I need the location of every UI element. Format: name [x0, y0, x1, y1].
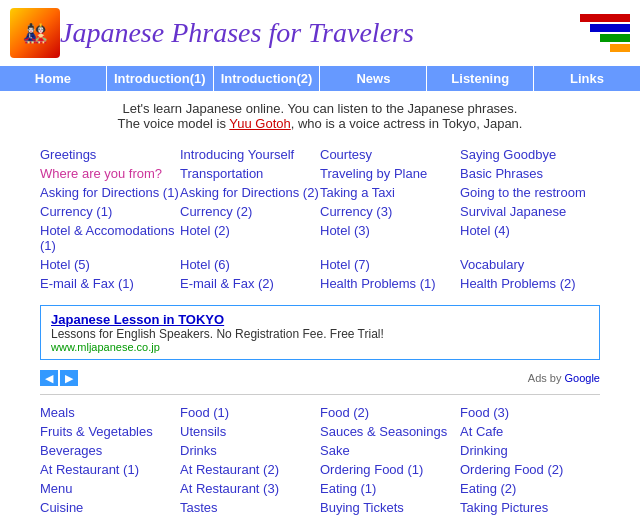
food-cell: Food (3) — [460, 403, 600, 422]
ads-by-google: Ads by Google — [528, 372, 600, 384]
hotel7-link[interactable]: Hotel (7) — [320, 257, 370, 272]
transportation-link[interactable]: Transportation — [180, 166, 263, 181]
currency1-link[interactable]: Currency (1) — [40, 204, 112, 219]
link-cell: E-mail & Fax (1) — [40, 274, 180, 293]
nav-news[interactable]: News — [320, 66, 427, 91]
food-row: Meals Food (1) Food (2) Food (3) — [40, 403, 600, 422]
asking-directions2-link[interactable]: Asking for Directions (2) — [180, 185, 319, 200]
link-cell: Basic Phrases — [460, 164, 600, 183]
vocabulary-link[interactable]: Vocabulary — [460, 257, 524, 272]
nav-links[interactable]: Links — [534, 66, 640, 91]
food-cell: Taking Pictures — [460, 498, 600, 517]
menu-link[interactable]: Menu — [40, 481, 73, 496]
food-row: At Restaurant (1) At Restaurant (2) Orde… — [40, 460, 600, 479]
food-cell: Tastes — [180, 498, 320, 517]
hotel4-link[interactable]: Hotel (4) — [460, 223, 510, 238]
intro-line1: Let's learn Japanese online. You can lis… — [20, 101, 620, 116]
nav-home[interactable]: Home — [0, 66, 107, 91]
utensils-link[interactable]: Utensils — [180, 424, 226, 439]
ad-description: Lessons for English Speakers. No Registr… — [51, 327, 589, 341]
food-cell: Sake — [320, 441, 460, 460]
ad-prev-button[interactable]: ◀ — [40, 370, 58, 386]
food-cell: Meals — [40, 403, 180, 422]
currency2-link[interactable]: Currency (2) — [180, 204, 252, 219]
at-restaurant1-link[interactable]: At Restaurant (1) — [40, 462, 139, 477]
sauces-seasonings-link[interactable]: Sauces & Seasonings — [320, 424, 447, 439]
currency3-link[interactable]: Currency (3) — [320, 204, 392, 219]
nav-introduction1[interactable]: Introduction(1) — [107, 66, 214, 91]
survival-japanese-link[interactable]: Survival Japanese — [460, 204, 566, 219]
health-problems1-link[interactable]: Health Problems (1) — [320, 276, 436, 291]
ordering-food2-link[interactable]: Ordering Food (2) — [460, 462, 563, 477]
greetings-link[interactable]: Greetings — [40, 147, 96, 162]
introducing-yourself-link[interactable]: Introducing Yourself — [180, 147, 294, 162]
link-cell: Currency (1) — [40, 202, 180, 221]
food-cell: Eating (1) — [320, 479, 460, 498]
food1-link[interactable]: Food (1) — [180, 405, 229, 420]
saying-goodbye-link[interactable]: Saying Goodbye — [460, 147, 556, 162]
at-restaurant3-link[interactable]: At Restaurant (3) — [180, 481, 279, 496]
cuisine-link[interactable]: Cuisine — [40, 500, 83, 515]
food-row: Menu At Restaurant (3) Eating (1) Eating… — [40, 479, 600, 498]
health-problems2-link[interactable]: Health Problems (2) — [460, 276, 576, 291]
link-cell: Hotel (7) — [320, 255, 460, 274]
beverages-link[interactable]: Beverages — [40, 443, 102, 458]
hotel5-link[interactable]: Hotel (5) — [40, 257, 90, 272]
food2-link[interactable]: Food (2) — [320, 405, 369, 420]
nav-listening[interactable]: Listening — [427, 66, 534, 91]
restroom-link[interactable]: Going to the restroom — [460, 185, 586, 200]
logo-icon: 🎎 — [10, 8, 60, 58]
asking-directions1-link[interactable]: Asking for Directions (1) — [40, 185, 179, 200]
ad-title-link[interactable]: Japanese Lesson in TOKYO — [51, 312, 589, 327]
basic-phrases-link[interactable]: Basic Phrases — [460, 166, 543, 181]
intro-line2: The voice model is Yuu Gotoh, who is a v… — [20, 116, 620, 131]
eating1-link[interactable]: Eating (1) — [320, 481, 376, 496]
hotel2-link[interactable]: Hotel (2) — [180, 223, 230, 238]
link-cell: Asking for Directions (1) — [40, 183, 180, 202]
drinking-link[interactable]: Drinking — [460, 443, 508, 458]
where-are-you-from-link[interactable]: Where are you from? — [40, 166, 162, 181]
link-cell: Vocabulary — [460, 255, 600, 274]
ad-url: www.mljapanese.co.jp — [51, 341, 589, 353]
courtesy-link[interactable]: Courtesy — [320, 147, 372, 162]
buying-tickets-link[interactable]: Buying Tickets — [320, 500, 404, 515]
food-cell: Numbers (2) — [180, 517, 320, 522]
food3-link[interactable]: Food (3) — [460, 405, 509, 420]
phrase-row: Greetings Introducing Yourself Courtesy … — [40, 145, 600, 164]
traveling-by-plane-link[interactable]: Traveling by Plane — [320, 166, 427, 181]
hotel6-link[interactable]: Hotel (6) — [180, 257, 230, 272]
email-fax2-link[interactable]: E-mail & Fax (2) — [180, 276, 274, 291]
food-grid: Meals Food (1) Food (2) Food (3) Fruits … — [0, 399, 640, 522]
email-fax1-link[interactable]: E-mail & Fax (1) — [40, 276, 134, 291]
nav-introduction2[interactable]: Introduction(2) — [214, 66, 321, 91]
tastes-link[interactable]: Tastes — [180, 500, 218, 515]
meals-link[interactable]: Meals — [40, 405, 75, 420]
link-cell: Survival Japanese — [460, 202, 600, 221]
ad-box: Japanese Lesson in TOKYO Lessons for Eng… — [40, 305, 600, 360]
taking-taxi-link[interactable]: Taking a Taxi — [320, 185, 395, 200]
food-cell: Eating (2) — [460, 479, 600, 498]
drinks-link[interactable]: Drinks — [180, 443, 217, 458]
link-cell: Hotel & Accomodations (1) — [40, 221, 180, 255]
eating2-link[interactable]: Eating (2) — [460, 481, 516, 496]
food-row: Beverages Drinks Sake Drinking — [40, 441, 600, 460]
link-cell: Going to the restroom — [460, 183, 600, 202]
food-cell: Sauces & Seasonings — [320, 422, 460, 441]
at-cafe-link[interactable]: At Cafe — [460, 424, 503, 439]
hotel3-link[interactable]: Hotel (3) — [320, 223, 370, 238]
ad-next-button[interactable]: ▶ — [60, 370, 78, 386]
taking-pictures-link[interactable]: Taking Pictures — [460, 500, 548, 515]
food-cell: Ordering Food (1) — [320, 460, 460, 479]
link-cell: Asking for Directions (2) — [180, 183, 320, 202]
phrase-grid: Greetings Introducing Yourself Courtesy … — [0, 141, 640, 297]
voice-link[interactable]: Yuu Gotoh — [229, 116, 290, 131]
sake-link[interactable]: Sake — [320, 443, 350, 458]
ordering-food1-link[interactable]: Ordering Food (1) — [320, 462, 423, 477]
page-title: Japanese Phrases for Travelers — [60, 17, 580, 49]
food-row: Fruits & Vegetables Utensils Sauces & Se… — [40, 422, 600, 441]
at-restaurant2-link[interactable]: At Restaurant (2) — [180, 462, 279, 477]
fruits-vegetables-link[interactable]: Fruits & Vegetables — [40, 424, 153, 439]
hotel-accom1-link[interactable]: Hotel & Accomodations (1) — [40, 223, 174, 253]
phrase-row: Hotel (5) Hotel (6) Hotel (7) Vocabulary — [40, 255, 600, 274]
food-cell: At Restaurant (1) — [40, 460, 180, 479]
